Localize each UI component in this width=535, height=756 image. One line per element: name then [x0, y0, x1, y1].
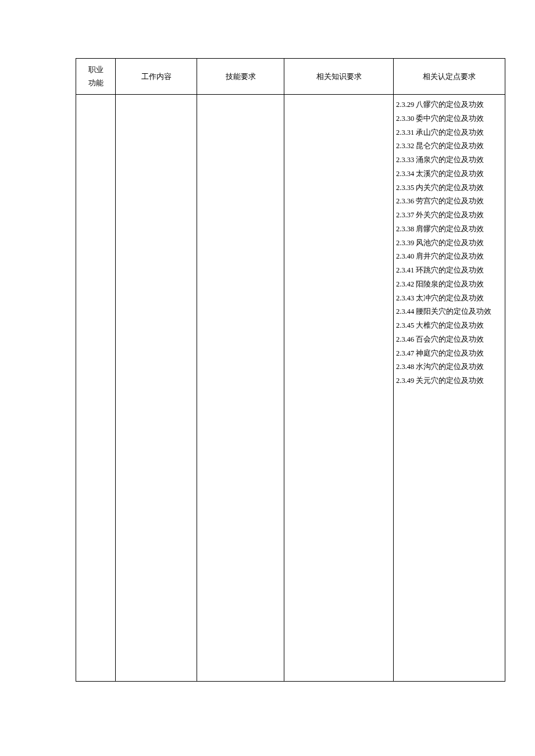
cell-assessment-requirements: 2.3.29 八髎穴的定位及功效2.3.30 委中穴的定位及功效2.3.31 承…	[394, 95, 505, 682]
cell-occupation-function	[76, 95, 116, 682]
requirement-item: 2.3.46 百会穴的定位及功效	[396, 333, 502, 347]
header-occupation-function: 职业 功能	[76, 59, 116, 95]
requirement-item: 2.3.47 神庭穴的定位及功效	[396, 347, 502, 361]
requirement-item: 2.3.41 环跳穴的定位及功效	[396, 264, 502, 278]
requirement-item: 2.3.30 委中穴的定位及功效	[396, 112, 502, 126]
requirements-list: 2.3.29 八髎穴的定位及功效2.3.30 委中穴的定位及功效2.3.31 承…	[394, 95, 505, 388]
requirement-item: 2.3.35 内关穴的定位及功效	[396, 181, 502, 195]
requirement-item: 2.3.31 承山穴的定位及功效	[396, 126, 502, 140]
requirement-item: 2.3.39 风池穴的定位及功效	[396, 237, 502, 250]
requirement-item: 2.3.33 涌泉穴的定位及功效	[396, 153, 502, 167]
requirement-item: 2.3.29 八髎穴的定位及功效	[396, 98, 502, 112]
requirement-item: 2.3.37 外关穴的定位及功效	[396, 209, 502, 223]
header-text: 功能	[88, 78, 104, 87]
requirement-item: 2.3.40 肩井穴的定位及功效	[396, 250, 502, 264]
requirement-item: 2.3.49 关元穴的定位及功效	[396, 374, 502, 388]
document-page: 职业 功能 工作内容 技能要求 相关知识要求 相关认定点要求 2.3.29 八髎…	[0, 0, 535, 756]
requirement-item: 2.3.43 太冲穴的定位及功效	[396, 292, 502, 306]
requirement-item: 2.3.44 腰阳关穴的定位及功效	[396, 305, 502, 319]
header-knowledge-requirements: 相关知识要求	[284, 59, 394, 95]
header-work-content: 工作内容	[116, 59, 197, 95]
requirement-item: 2.3.38 肩髎穴的定位及功效	[396, 223, 502, 237]
header-assessment-requirements: 相关认定点要求	[394, 59, 505, 95]
requirement-item: 2.3.36 劳宫穴的定位及功效	[396, 195, 502, 209]
cell-work-content	[116, 95, 197, 682]
table-header-row: 职业 功能 工作内容 技能要求 相关知识要求 相关认定点要求	[76, 59, 505, 95]
requirements-table: 职业 功能 工作内容 技能要求 相关知识要求 相关认定点要求 2.3.29 八髎…	[76, 58, 505, 682]
cell-knowledge-requirements	[284, 95, 394, 682]
requirement-item: 2.3.42 阳陵泉的定位及功效	[396, 278, 502, 292]
requirement-item: 2.3.45 大椎穴的定位及功效	[396, 319, 502, 333]
header-skill-requirements: 技能要求	[197, 59, 284, 95]
header-text: 职业	[88, 65, 104, 74]
requirement-item: 2.3.32 昆仑穴的定位及功效	[396, 139, 502, 153]
requirement-item: 2.3.48 水沟穴的定位及功效	[396, 360, 502, 374]
table-body-row: 2.3.29 八髎穴的定位及功效2.3.30 委中穴的定位及功效2.3.31 承…	[76, 95, 505, 682]
cell-skill-requirements	[197, 95, 284, 682]
requirement-item: 2.3.34 太溪穴的定位及功效	[396, 167, 502, 181]
